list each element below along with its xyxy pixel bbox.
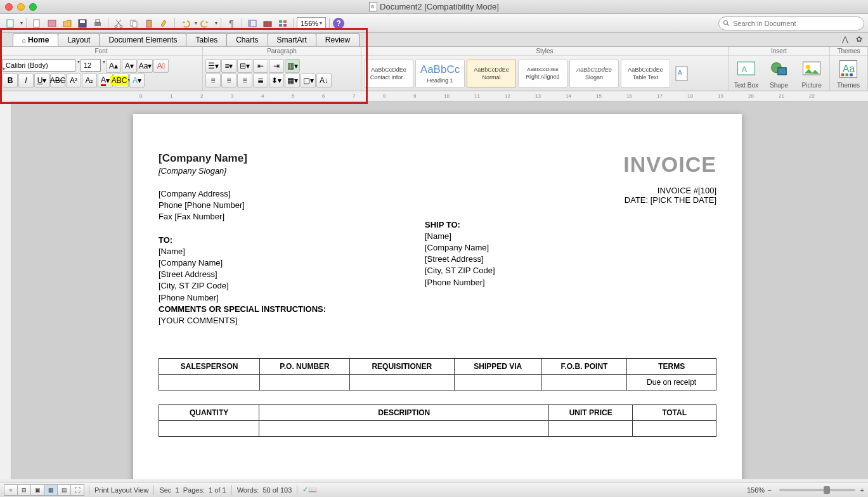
align-right-button[interactable]: ≡ xyxy=(237,74,252,87)
sidebar-icon[interactable] xyxy=(245,16,259,30)
subscript-button[interactable]: A₂ xyxy=(82,74,97,87)
th-fob-point[interactable]: F.O.B. POINT xyxy=(541,359,627,375)
align-center-button[interactable]: ≡ xyxy=(221,74,236,87)
justify-button[interactable]: ≣ xyxy=(253,74,268,87)
numbering-button[interactable]: ≡▾ xyxy=(221,59,236,73)
spellcheck-icon[interactable]: ✓📖 xyxy=(302,486,317,494)
zoom-slider[interactable] xyxy=(779,489,855,491)
invoice-date[interactable]: DATE: [PICK THE DATE] xyxy=(625,195,716,205)
help-icon[interactable]: ? xyxy=(333,18,344,29)
style-table-text[interactable]: AaBbCcDdEeTable Text xyxy=(621,60,670,87)
line-spacing-button[interactable]: ⬍▾ xyxy=(269,74,284,87)
th-salesperson[interactable]: SALESPERSON xyxy=(159,359,260,375)
tab-smartart[interactable]: SmartArt xyxy=(268,33,316,46)
gallery-icon[interactable] xyxy=(276,16,290,30)
search-input[interactable] xyxy=(718,16,864,30)
comments-value[interactable]: [YOUR COMMENTS] xyxy=(159,316,237,325)
th-unit-price[interactable]: UNIT PRICE xyxy=(549,405,633,421)
clear-formatting-button[interactable]: A⃠ xyxy=(153,59,169,73)
italic-button[interactable]: I xyxy=(18,74,34,87)
style-contact-infor-[interactable]: AaBbCcDdEeContact Infor... xyxy=(364,60,413,87)
decrease-indent-button[interactable]: ⇤ xyxy=(253,59,268,73)
vertical-ruler[interactable] xyxy=(0,101,11,479)
zoom-out-button[interactable]: − xyxy=(767,486,771,494)
to-phone[interactable]: [Phone Number] xyxy=(159,292,425,304)
ship-phone[interactable]: [Phone Number] xyxy=(425,277,691,288)
cut-icon[interactable] xyxy=(112,16,126,30)
style-normal[interactable]: AaBbCcDdEeNormal xyxy=(467,60,516,87)
show-formatting-icon[interactable]: ¶ xyxy=(224,16,238,30)
undo-icon[interactable] xyxy=(178,16,192,30)
to-street[interactable]: [Street Address] xyxy=(159,269,425,280)
strikethrough-button[interactable]: ABC xyxy=(50,74,65,87)
th-requisitioner[interactable]: REQUISITIONER xyxy=(349,359,454,375)
shrink-font-button[interactable]: A▾ xyxy=(122,59,137,73)
th-terms[interactable]: TERMS xyxy=(627,359,716,375)
document-area[interactable]: ✥ [Company Name] [Company Slogan] INVOIC… xyxy=(0,101,868,479)
ship-city[interactable]: [City, ST ZIP Code] xyxy=(425,265,691,276)
to-company[interactable]: [Company Name] xyxy=(159,257,425,269)
insert-picture-button[interactable]: Picture xyxy=(796,58,827,89)
font-name-select[interactable] xyxy=(3,59,75,72)
zoom-value[interactable]: 156% xyxy=(747,486,765,494)
style-heading-1[interactable]: AaBbCcHeading 1 xyxy=(415,60,465,87)
dropdown-arrow-icon[interactable]: ▾ xyxy=(215,20,217,26)
company-fax[interactable]: Fax [Fax Number] xyxy=(159,211,245,223)
minimize-window-button[interactable] xyxy=(17,3,25,11)
insert-shape-button[interactable]: Shape xyxy=(764,58,794,89)
tab-tables[interactable]: Tables xyxy=(186,33,227,46)
new-blank-icon[interactable] xyxy=(30,16,44,30)
shading-button[interactable]: ▦▾ xyxy=(285,74,300,87)
sort-button[interactable]: A↓ xyxy=(316,74,332,87)
borders-button[interactable]: ▢▾ xyxy=(301,74,316,87)
new-from-template-icon[interactable] xyxy=(45,16,59,30)
search-field[interactable] xyxy=(733,20,860,27)
ship-street[interactable]: [Street Address] xyxy=(425,254,691,265)
format-painter-icon[interactable] xyxy=(157,16,171,30)
print-icon[interactable] xyxy=(91,16,105,30)
tab-layout[interactable]: Layout xyxy=(58,33,100,46)
th-shipped-via[interactable]: SHIPPED VIA xyxy=(454,359,541,375)
horizontal-ruler[interactable]: 012345678910111213141516171819202122 xyxy=(0,91,868,101)
dropdown-arrow-icon[interactable]: ▾ xyxy=(77,59,80,73)
company-phone[interactable]: Phone [Phone Number] xyxy=(159,200,245,211)
toolbox-icon[interactable] xyxy=(261,16,275,30)
copy-icon[interactable] xyxy=(127,16,141,30)
view-notebook-button[interactable]: ▤ xyxy=(57,484,71,496)
zoom-select[interactable]: 156%▾ xyxy=(297,17,326,30)
document-page[interactable]: [Company Name] [Company Slogan] INVOICE … xyxy=(133,114,742,479)
close-window-button[interactable] xyxy=(5,3,13,11)
to-name[interactable]: [Name] xyxy=(159,246,425,257)
bullets-button[interactable]: ☰▾ xyxy=(205,59,221,73)
zoom-in-button[interactable]: + xyxy=(860,486,864,494)
th-total[interactable]: TOTAL xyxy=(633,405,716,421)
insert-text-box-button[interactable]: A Text Box xyxy=(731,58,761,89)
redo-icon[interactable] xyxy=(198,16,212,30)
text-effects-button[interactable]: A▾ xyxy=(129,74,145,87)
ship-name[interactable]: [Name] xyxy=(425,231,691,242)
company-address[interactable]: [Company Address] xyxy=(159,188,245,200)
view-print-layout-button[interactable]: ▦ xyxy=(44,484,58,496)
multilevel-list-button[interactable]: ⊟▾ xyxy=(237,59,252,73)
superscript-button[interactable]: A² xyxy=(66,74,81,87)
font-size-select[interactable] xyxy=(81,59,101,72)
ship-company[interactable]: [Company Name] xyxy=(425,242,691,254)
invoice-details-table[interactable]: SALESPERSON P.O. NUMBER REQUISITIONER SH… xyxy=(159,358,716,390)
view-draft-button[interactable]: ≡ xyxy=(4,484,18,496)
style-slogan[interactable]: AaBbCcDdEeSlogan xyxy=(569,60,619,87)
view-publishing-button[interactable]: ▣ xyxy=(30,484,44,496)
style-right-aligned[interactable]: AaBbCcDdEeRight Aligned xyxy=(518,60,567,87)
settings-gear-icon[interactable]: ✿ xyxy=(854,34,864,44)
dropdown-arrow-icon[interactable]: ▾ xyxy=(195,20,197,26)
tab-review[interactable]: Review xyxy=(316,33,360,46)
table-row[interactable] xyxy=(159,421,716,437)
bold-button[interactable]: B xyxy=(3,74,18,87)
company-name[interactable]: [Company Name] xyxy=(159,152,247,165)
change-case-button[interactable]: Aa▾ xyxy=(138,59,153,73)
view-focus-button[interactable]: ⛶ xyxy=(70,484,84,496)
columns-button[interactable]: ▥▾ xyxy=(285,59,300,73)
tab-document-elements[interactable]: Document Elements xyxy=(99,33,186,46)
th-quantity[interactable]: QUANTITY xyxy=(159,405,259,421)
th-po-number[interactable]: P.O. NUMBER xyxy=(260,359,349,375)
styles-pane-button[interactable]: A xyxy=(672,65,691,82)
